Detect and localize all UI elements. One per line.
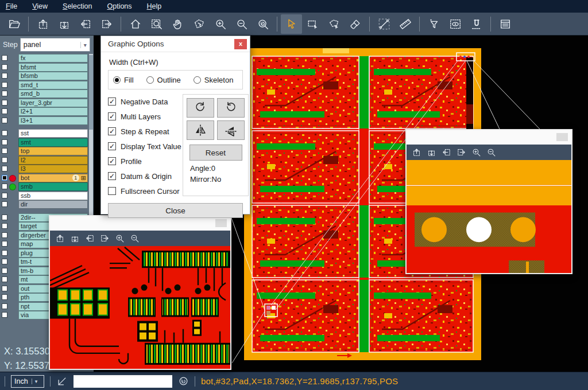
layer-name[interactable]: l3 — [18, 165, 88, 173]
unit-select[interactable]: Inch ▾ — [11, 375, 44, 388]
layer-name[interactable]: smb — [18, 182, 88, 191]
ruler-button[interactable] — [394, 14, 416, 34]
menu-options[interactable]: Options — [107, 2, 131, 10]
layer-visibility-checkbox[interactable] — [2, 268, 7, 274]
open-folder-button[interactable] — [3, 14, 25, 34]
layer-visibility-checkbox[interactable] — [2, 214, 7, 220]
rotate-ccw-button[interactable] — [217, 98, 245, 118]
shift-left-button[interactable] — [85, 233, 95, 243]
layer-visibility-checkbox[interactable] — [2, 118, 7, 123]
shift-up-button[interactable] — [412, 147, 421, 157]
radio-outline[interactable]: Outline — [146, 76, 181, 84]
layer-visibility-checkbox[interactable] — [2, 223, 7, 229]
layer-visibility-checkbox[interactable] — [2, 148, 7, 154]
home-view-button[interactable] — [125, 14, 146, 34]
zoom-window-titlebar[interactable] — [407, 130, 571, 145]
zoom-detail-view[interactable] — [50, 246, 230, 369]
layer-row-l3+1[interactable]: l3+1 — [0, 116, 88, 126]
layer-name[interactable]: smt — [18, 138, 88, 147]
dialog-close-icon[interactable]: x — [234, 39, 247, 49]
layer-row-fx[interactable]: fx — [0, 54, 88, 63]
radio-skeleton[interactable]: Skeleton — [194, 76, 234, 84]
shift-up-button[interactable] — [55, 233, 65, 243]
polygon-select-button[interactable] — [323, 14, 345, 34]
zoom-window-detail[interactable] — [49, 215, 231, 370]
layer-visibility-checkbox[interactable] — [2, 175, 7, 181]
layer-visibility-checkbox[interactable] — [2, 232, 7, 238]
layer-visibility-checkbox[interactable] — [2, 184, 7, 189]
layer-row-smd_t[interactable]: smd_t — [0, 81, 88, 90]
zoom-window-fiducial[interactable] — [405, 129, 572, 274]
shift-down-button[interactable] — [53, 14, 75, 34]
layer-name[interactable]: bot1⊞ — [18, 174, 88, 182]
measure-distance-button[interactable] — [373, 14, 394, 34]
layer-visibility-checkbox[interactable] — [2, 130, 7, 136]
layer-visibility-checkbox[interactable] — [2, 193, 7, 198]
checkbox-step-repeat[interactable]: ✓Step & Repeat — [108, 124, 180, 139]
layer-visibility-checkbox[interactable] — [2, 166, 7, 171]
layer-visibility-checkbox[interactable] — [2, 91, 7, 96]
checkbox-negative-data[interactable]: ✓Negative Data — [108, 94, 180, 109]
layer-visibility-checkbox[interactable] — [2, 108, 7, 114]
zoom-in-button[interactable] — [471, 147, 481, 157]
layer-name[interactable]: smd_t — [18, 81, 88, 89]
layer-visibility-checkbox[interactable] — [2, 294, 7, 300]
radio-fill[interactable]: Fill — [113, 76, 134, 84]
menu-help[interactable]: Help — [147, 2, 162, 10]
zoom-fiducial-view[interactable] — [407, 160, 571, 273]
menu-view[interactable]: View — [32, 2, 48, 10]
layer-row-smb[interactable]: smb — [0, 182, 88, 192]
snap-magnet-button[interactable] — [466, 14, 487, 34]
layer-row-l3[interactable]: l3 — [0, 165, 88, 174]
layer-row-ssb[interactable]: ssb — [0, 192, 88, 201]
layer-visibility-checkbox[interactable] — [2, 241, 7, 247]
layer-visibility-checkbox[interactable] — [2, 286, 7, 291]
zoom-window-button[interactable] — [146, 14, 167, 34]
close-button[interactable]: Close — [108, 203, 243, 218]
layer-row-bfsmt[interactable]: bfsmt — [0, 63, 88, 72]
layer-name[interactable]: smd_b — [18, 89, 88, 98]
shift-down-button[interactable] — [427, 147, 436, 157]
layer-visibility-checkbox[interactable] — [2, 100, 7, 106]
layer-row-bot[interactable]: bot1⊞ — [0, 174, 88, 183]
filter-button[interactable] — [423, 14, 444, 34]
layer-visibility-checkbox[interactable] — [2, 250, 7, 256]
step-dropdown[interactable]: panel ▾ — [20, 38, 90, 52]
shift-left-button[interactable] — [442, 147, 451, 157]
layer-row-smt[interactable]: smt — [0, 138, 88, 147]
layer-name[interactable]: bfsmb — [18, 72, 88, 80]
shift-right-button[interactable] — [457, 147, 466, 157]
layer-visibility-checkbox[interactable] — [2, 55, 7, 61]
clean-brush-button[interactable] — [345, 14, 366, 34]
layer-name[interactable]: l3+1 — [18, 116, 88, 125]
layer-row-l2[interactable]: l2 — [0, 156, 88, 165]
layer-row-top[interactable]: top — [0, 147, 88, 156]
window-button[interactable] — [215, 219, 227, 227]
rect-select-button[interactable] — [302, 14, 323, 34]
layers-panel-button[interactable] — [494, 14, 516, 34]
pan-hand-button[interactable] — [167, 14, 188, 34]
layer-name[interactable]: l2 — [18, 156, 88, 165]
layer-visibility-checkbox[interactable] — [2, 139, 7, 145]
layer-name[interactable]: l2+1 — [18, 107, 88, 116]
layer-visibility-checkbox[interactable] — [2, 303, 7, 309]
layer-visibility-checkbox[interactable] — [2, 312, 7, 318]
shift-down-button[interactable] — [70, 233, 80, 243]
layer-visibility-checkbox[interactable] — [2, 276, 7, 282]
refresh-circle-icon[interactable] — [178, 376, 189, 387]
layer-name[interactable]: top — [18, 147, 88, 155]
checkbox-profile[interactable]: ✓Profile — [108, 154, 180, 169]
zoom-out-button[interactable] — [130, 233, 140, 243]
layer-row-bfsmb[interactable]: bfsmb — [0, 72, 88, 81]
layer-visibility-checkbox[interactable] — [2, 64, 7, 70]
layer-row-dir[interactable]: dir — [0, 200, 88, 209]
select-arrow-button[interactable] — [281, 14, 302, 34]
shift-left-button[interactable] — [75, 14, 96, 34]
layer-row-l2+1[interactable]: l2+1 — [0, 107, 88, 116]
mirror-vertical-button[interactable] — [187, 120, 214, 140]
layer-name[interactable]: ssb — [18, 192, 88, 200]
zoom-window-titlebar[interactable] — [50, 216, 230, 231]
zoom-in-button[interactable] — [115, 233, 125, 243]
layer-row-smd_b[interactable]: smd_b — [0, 89, 88, 99]
layer-name[interactable]: fx — [18, 54, 88, 63]
